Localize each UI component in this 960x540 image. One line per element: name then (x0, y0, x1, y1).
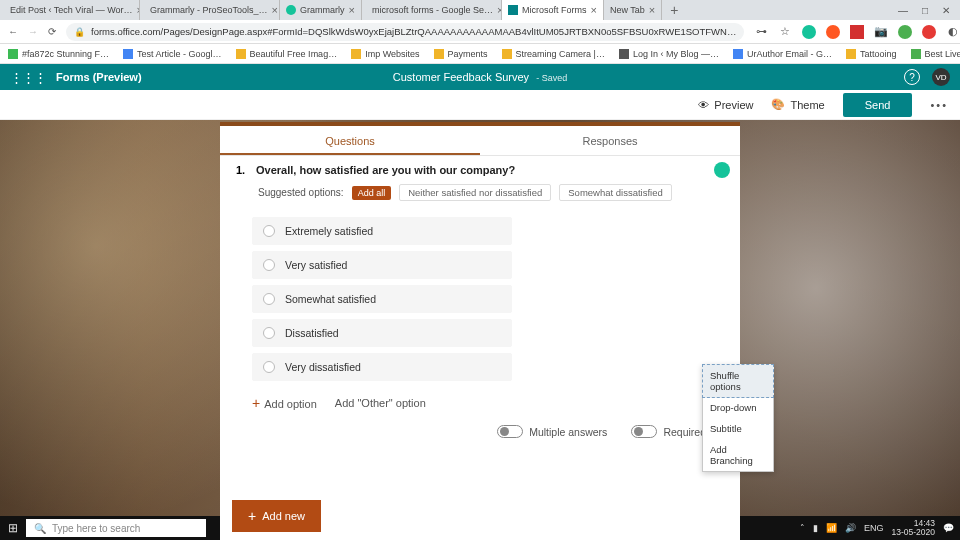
ext-icon[interactable]: ◐ (946, 25, 960, 39)
clock-date: 13-05-2020 (892, 528, 935, 537)
question-row: 1. Overall, how satisfied are you with o… (220, 156, 740, 180)
grammarly-badge-icon[interactable] (714, 162, 730, 178)
radio-icon (263, 361, 275, 373)
options-list: Extremely satisfied Very satisfied Somew… (220, 205, 740, 389)
close-icon[interactable]: × (349, 4, 355, 16)
ext-icon[interactable] (850, 25, 864, 39)
tab-label: microsoft forms - Google Se… (372, 5, 493, 15)
bookmark-item[interactable]: Tattooing (846, 49, 897, 59)
preview-button[interactable]: 👁Preview (698, 99, 753, 111)
tab-label: Microsoft Forms (522, 5, 587, 15)
send-button[interactable]: Send (843, 93, 913, 117)
language-indicator[interactable]: ENG (864, 523, 884, 533)
browser-toolbar: ← → ⟳ 🔒 forms.office.com/Pages/DesignPag… (0, 20, 960, 44)
menu-add-branching[interactable]: Add Branching (703, 439, 773, 471)
bookmarks-bar: #fa872c Stunning F… Test Article - Googl… (0, 44, 960, 64)
form-canvas: Questions Responses 1. Overall, how sati… (0, 120, 960, 540)
add-option-button[interactable]: +Add option (252, 395, 317, 411)
address-bar[interactable]: 🔒 forms.office.com/Pages/DesignPage.aspx… (66, 23, 744, 41)
action-center-icon[interactable]: 💬 (943, 523, 954, 533)
forward-icon[interactable]: → (28, 26, 38, 37)
option-input[interactable]: Very dissatisfied (252, 353, 512, 381)
add-all-button[interactable]: Add all (352, 186, 392, 200)
required-toggle[interactable]: Required (631, 425, 706, 438)
tab-grammarly[interactable]: Grammarly× (280, 0, 362, 20)
question-toggles: Multiple answers Required (220, 417, 740, 438)
tab-questions[interactable]: Questions (220, 126, 480, 155)
app-launcher-icon[interactable]: ⋮⋮⋮ (10, 70, 46, 85)
option-input[interactable]: Extremely satisfied (252, 217, 512, 245)
camera-ext-icon[interactable]: 📷 (874, 25, 888, 39)
add-other-button[interactable]: Add "Other" option (335, 397, 426, 409)
search-icon: 🔍 (34, 523, 46, 534)
menu-shuffle-options[interactable]: Shuffle options (702, 364, 774, 398)
menu-subtitle[interactable]: Subtitle (703, 418, 773, 439)
taskbar-clock[interactable]: 14:43 13-05-2020 (892, 519, 935, 538)
maximize-icon[interactable]: □ (922, 5, 928, 16)
multiple-answers-toggle[interactable]: Multiple answers (497, 425, 607, 438)
option-input[interactable]: Somewhat satisfied (252, 285, 512, 313)
suggestion-chip[interactable]: Somewhat dissatisfied (559, 184, 672, 201)
star-icon[interactable]: ☆ (778, 25, 792, 39)
plus-icon: + (252, 395, 260, 411)
volume-icon[interactable]: 🔊 (845, 523, 856, 533)
tab-responses[interactable]: Responses (480, 126, 740, 155)
bookmark-item[interactable]: Test Article - Googl… (123, 49, 222, 59)
option-input[interactable]: Very satisfied (252, 251, 512, 279)
bookmark-item[interactable]: #fa872c Stunning F… (8, 49, 109, 59)
menu-drop-down[interactable]: Drop-down (703, 397, 773, 418)
back-icon[interactable]: ← (8, 26, 18, 37)
start-button[interactable]: ⊞ (0, 521, 26, 535)
tab-grammarly-proseo[interactable]: Grammarly - ProSeoTools_…× (140, 0, 280, 20)
option-input[interactable]: Dissatisfied (252, 319, 512, 347)
bookmark-item[interactable]: Payments (434, 49, 488, 59)
bookmark-item[interactable]: Beautiful Free Imag… (236, 49, 338, 59)
close-icon[interactable]: × (590, 4, 596, 16)
tab-label: New Tab (610, 5, 645, 15)
tab-techviral[interactable]: Edit Post ‹ Tech Viral — Wor…× (0, 0, 140, 20)
bookmark-item[interactable]: UrAuthor Email - G… (733, 49, 832, 59)
tab-newtab[interactable]: New Tab× (604, 0, 662, 20)
reload-icon[interactable]: ⟳ (48, 26, 56, 37)
question-number: 1. (236, 164, 256, 176)
more-options-icon[interactable]: ••• (930, 99, 948, 111)
tab-google-search[interactable]: microsoft forms - Google Se…× (362, 0, 502, 20)
ext-icon[interactable] (898, 25, 912, 39)
bookmark-item[interactable]: Log In ‹ My Blog —… (619, 49, 719, 59)
ext-icon[interactable] (922, 25, 936, 39)
bookmark-item[interactable]: Imp Websites (351, 49, 419, 59)
radio-icon (263, 259, 275, 271)
form-title: Customer Feedback Survey (393, 71, 529, 83)
tab-label: Grammarly (300, 5, 345, 15)
suggested-label: Suggested options: (258, 187, 344, 198)
tab-msforms[interactable]: Microsoft Forms× (502, 0, 604, 20)
ext-icon[interactable] (826, 25, 840, 39)
plus-icon: + (248, 508, 256, 524)
key-icon[interactable]: ⊶ (754, 25, 768, 39)
close-icon[interactable]: × (649, 4, 655, 16)
add-new-button[interactable]: + Add new (232, 500, 321, 532)
wifi-icon[interactable]: 📶 (826, 523, 837, 533)
close-icon[interactable]: × (272, 4, 278, 16)
close-window-icon[interactable]: ✕ (942, 5, 950, 16)
suggestion-chip[interactable]: Neither satisfied nor dissatisfied (399, 184, 551, 201)
product-name: Forms (Preview) (56, 71, 142, 83)
question-text[interactable]: Overall, how satisfied are you with our … (256, 164, 724, 176)
add-option-row: +Add option Add "Other" option (220, 389, 740, 417)
user-avatar[interactable]: VD (932, 68, 950, 86)
help-icon[interactable]: ? (904, 69, 920, 85)
battery-icon[interactable]: ▮ (813, 523, 818, 533)
theme-button[interactable]: 🎨Theme (771, 98, 824, 111)
bookmark-item[interactable]: Best Live Chat (911, 49, 960, 59)
tray-chevron-icon[interactable]: ˄ (800, 523, 805, 533)
new-tab-button[interactable]: + (662, 2, 686, 18)
radio-icon (263, 293, 275, 305)
taskbar-search[interactable]: 🔍 Type here to search (26, 519, 206, 537)
forms-app-bar: ⋮⋮⋮ Forms (Preview) Customer Feedback Su… (0, 64, 960, 90)
grammarly-ext-icon[interactable] (802, 25, 816, 39)
minimize-icon[interactable]: — (898, 5, 908, 16)
bookmark-item[interactable]: Streaming Camera |… (502, 49, 605, 59)
question-card: Questions Responses 1. Overall, how sati… (220, 122, 740, 540)
palette-icon: 🎨 (771, 98, 785, 111)
radio-icon (263, 225, 275, 237)
